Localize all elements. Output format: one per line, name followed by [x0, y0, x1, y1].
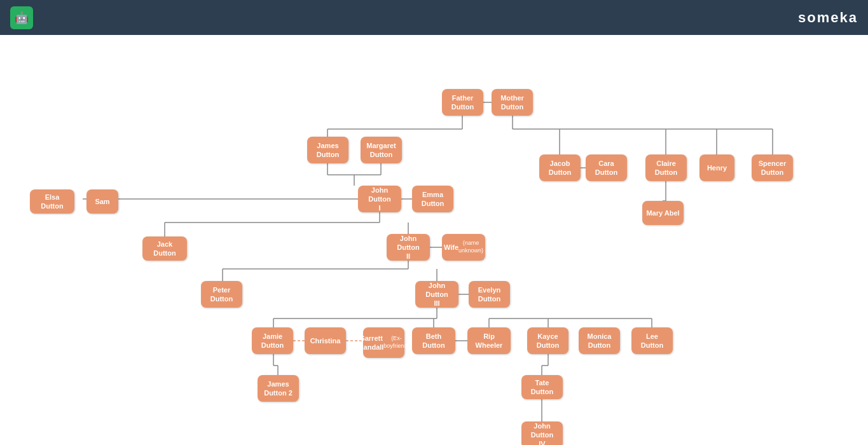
family-node-sam: Sam	[86, 189, 118, 214]
brand-logo: someka	[798, 10, 858, 26]
family-tree-canvas: FatherDuttonMotherDuttonJamesDuttonMarga…	[0, 35, 868, 445]
family-node-father: FatherDutton	[442, 89, 483, 116]
family-node-garrett: GarrettRandall(Ex-boyfriend)	[363, 327, 404, 358]
family-node-jacob: JacobDutton	[539, 154, 581, 181]
family-node-tate: Tate Dutton	[521, 375, 563, 399]
tree-connections	[0, 35, 868, 445]
header: 🤖 someka	[0, 0, 868, 35]
family-node-james2: JamesDutton 2	[258, 375, 299, 402]
family-node-elsa: Elsa Dutton	[30, 189, 74, 214]
family-node-peter: PeterDutton	[201, 281, 242, 308]
family-node-lee: Lee Dutton	[631, 327, 673, 354]
family-node-james: JamesDutton	[307, 137, 348, 163]
family-node-evelyn: EvelynDutton	[469, 281, 510, 308]
family-node-henry: Henry	[699, 154, 734, 181]
family-node-wife: Wife(name unknown)	[442, 234, 485, 261]
family-node-maryabel: Mary Abel	[642, 201, 684, 225]
family-node-spencer: SpencerDutton	[752, 154, 793, 181]
family-node-john3: John DuttonIII	[415, 281, 458, 308]
family-node-mother: MotherDutton	[492, 89, 533, 116]
family-node-john4: John DuttonIV	[521, 421, 563, 445]
family-node-kayce: KayceDutton	[527, 327, 568, 354]
family-node-christina: Christina	[305, 327, 346, 354]
family-node-cara: Cara Dutton	[586, 154, 627, 181]
family-node-john1: John DuttonI	[358, 186, 401, 212]
family-node-claire: ClaireDutton	[645, 154, 687, 181]
family-node-jack: Jack Dutton	[142, 236, 187, 261]
family-node-jamie: JamieDutton	[252, 327, 293, 354]
logo-icon: 🤖	[10, 6, 33, 29]
family-node-margaret: MargaretDutton	[361, 137, 402, 163]
family-node-beth: Beth Dutton	[412, 327, 455, 354]
family-node-john2: John DuttonII	[387, 234, 430, 261]
family-node-emma: EmmaDutton	[412, 186, 453, 212]
family-node-monica: MonicaDutton	[579, 327, 620, 354]
family-node-rip: Rip Wheeler	[467, 327, 511, 354]
